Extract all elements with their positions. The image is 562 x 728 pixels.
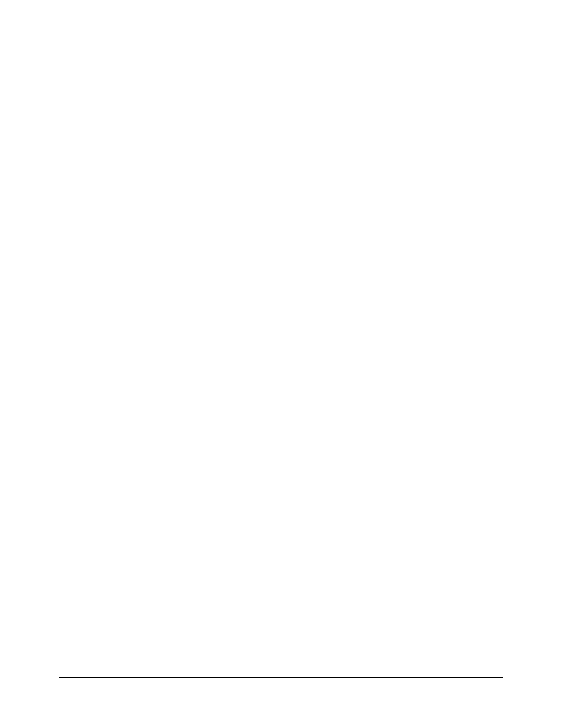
content-box: [59, 232, 503, 307]
footer-divider: [59, 677, 503, 678]
page-content: [59, 0, 503, 728]
